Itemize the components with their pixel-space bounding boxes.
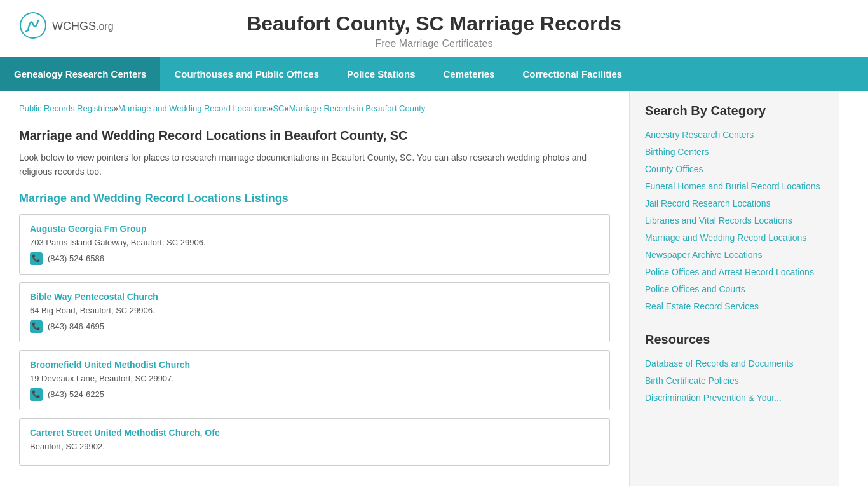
- listing-address: Beaufort, SC 29902.: [30, 442, 599, 451]
- resource-link-2[interactable]: Discrimination Prevention & Your...: [645, 393, 782, 403]
- listing-card: Carteret Street United Methodist Church,…: [19, 418, 610, 466]
- phone-number: (843) 846-4695: [48, 322, 104, 331]
- resource-link-0[interactable]: Database of Records and Documents: [645, 358, 793, 369]
- category-link-1[interactable]: Birthing Centers: [645, 147, 709, 157]
- breadcrumb-link-1[interactable]: Public Records Registries: [19, 104, 114, 113]
- list-item: Newspaper Archive Locations: [645, 248, 824, 262]
- breadcrumb-link-3[interactable]: SC: [273, 104, 284, 113]
- site-title: Beaufort County, SC Marriage Records: [247, 12, 621, 36]
- listing-name[interactable]: Bible Way Pentecostal Church: [30, 292, 599, 302]
- category-link-6[interactable]: Marriage and Wedding Record Locations: [645, 233, 806, 243]
- listing-phone: 📞 (843) 846-4695: [30, 320, 599, 333]
- list-item: Police Offices and Courts: [645, 283, 824, 296]
- nav-item-cemeteries[interactable]: Cemeteries: [430, 57, 509, 91]
- list-item: Birth Certificate Policies: [645, 374, 824, 388]
- listing-phone: 📞 (843) 524-6225: [30, 388, 599, 401]
- category-link-5[interactable]: Libraries and Vital Records Locations: [645, 215, 792, 226]
- category-link-2[interactable]: County Offices: [645, 164, 703, 174]
- category-link-0[interactable]: Ancestry Research Centers: [645, 130, 754, 140]
- listing-name[interactable]: Carteret Street United Methodist Church,…: [30, 428, 599, 438]
- listing-phone: 📞 (843) 524-6586: [30, 252, 599, 265]
- category-link-7[interactable]: Newspaper Archive Locations: [645, 250, 762, 260]
- nav-item-genealogy[interactable]: Genealogy Research Centers: [0, 57, 160, 91]
- category-link-3[interactable]: Funeral Homes and Burial Record Location…: [645, 181, 820, 191]
- sidebar-category-links: Ancestry Research Centers Birthing Cente…: [645, 128, 824, 313]
- page-description: Look below to view pointers for places t…: [19, 151, 610, 179]
- nav-item-correctional[interactable]: Correctional Facilities: [508, 57, 636, 91]
- listing-address: 703 Parris Island Gateway, Beaufort, SC …: [30, 238, 599, 247]
- list-item: Jail Record Research Locations: [645, 197, 824, 210]
- list-item: County Offices: [645, 163, 824, 176]
- breadcrumb-link-4[interactable]: Marriage Records in Beaufort County: [289, 104, 426, 113]
- breadcrumb: Public Records Registries»Marriage and W…: [19, 104, 610, 113]
- svg-line-1: [25, 30, 28, 32]
- category-link-8[interactable]: Police Offices and Arrest Record Locatio…: [645, 267, 814, 277]
- listing-name[interactable]: Augusta Georgia Fm Group: [30, 224, 599, 234]
- page-heading: Marriage and Wedding Record Locations in…: [19, 128, 610, 143]
- breadcrumb-link-2[interactable]: Marriage and Wedding Record Locations: [118, 104, 268, 113]
- listing-name[interactable]: Broomefield United Methodist Church: [30, 360, 599, 370]
- page-body: Public Records Registries»Marriage and W…: [0, 91, 868, 486]
- main-nav: Genealogy Research Centers Courthouses a…: [0, 57, 868, 91]
- nav-item-police[interactable]: Police Stations: [333, 57, 430, 91]
- sidebar-resource-links: Database of Records and Documents Birth …: [645, 357, 824, 405]
- sidebar-resources-title: Resources: [645, 332, 824, 347]
- list-item: Birthing Centers: [645, 146, 824, 159]
- listing-card: Bible Way Pentecostal Church 64 Big Road…: [19, 282, 610, 342]
- listing-address: 19 Deveaux Lane, Beaufort, SC 29907.: [30, 374, 599, 383]
- list-item: Real Estate Record Services: [645, 300, 824, 313]
- nav-item-courthouses[interactable]: Courthouses and Public Offices: [160, 57, 333, 91]
- sidebar-category-title: Search By Category: [645, 104, 824, 118]
- listing-card: Broomefield United Methodist Church 19 D…: [19, 350, 610, 410]
- list-item: Discrimination Prevention & Your...: [645, 391, 824, 405]
- list-item: Database of Records and Documents: [645, 357, 824, 370]
- listing-address: 64 Big Road, Beaufort, SC 29906.: [30, 306, 599, 315]
- main-content: Public Records Registries»Marriage and W…: [0, 91, 629, 486]
- logo-icon: [19, 11, 47, 39]
- category-link-9[interactable]: Police Offices and Courts: [645, 284, 745, 294]
- list-item: Ancestry Research Centers: [645, 128, 824, 142]
- category-link-4[interactable]: Jail Record Research Locations: [645, 198, 771, 208]
- phone-icon: 📞: [30, 320, 43, 333]
- phone-number: (843) 524-6225: [48, 390, 104, 399]
- sidebar: Search By Category Ancestry Research Cen…: [629, 91, 839, 486]
- section-heading: Marriage and Wedding Record Locations Li…: [19, 192, 610, 205]
- page-header: WCHGS.org Beaufort County, SC Marriage R…: [0, 0, 868, 57]
- site-subtitle: Free Marriage Certificates: [376, 38, 493, 50]
- listing-card: Augusta Georgia Fm Group 703 Parris Isla…: [19, 214, 610, 274]
- phone-icon: 📞: [30, 388, 43, 401]
- list-item: Police Offices and Arrest Record Locatio…: [645, 266, 824, 279]
- list-item: Funeral Homes and Burial Record Location…: [645, 180, 824, 193]
- resource-link-1[interactable]: Birth Certificate Policies: [645, 376, 739, 386]
- phone-icon: 📞: [30, 252, 43, 265]
- phone-number: (843) 524-6586: [48, 254, 104, 263]
- category-link-10[interactable]: Real Estate Record Services: [645, 301, 759, 311]
- list-item: Libraries and Vital Records Locations: [645, 214, 824, 227]
- logo-area[interactable]: WCHGS.org: [19, 11, 114, 39]
- logo-text: WCHGS.org: [52, 17, 114, 34]
- list-item: Marriage and Wedding Record Locations: [645, 231, 824, 245]
